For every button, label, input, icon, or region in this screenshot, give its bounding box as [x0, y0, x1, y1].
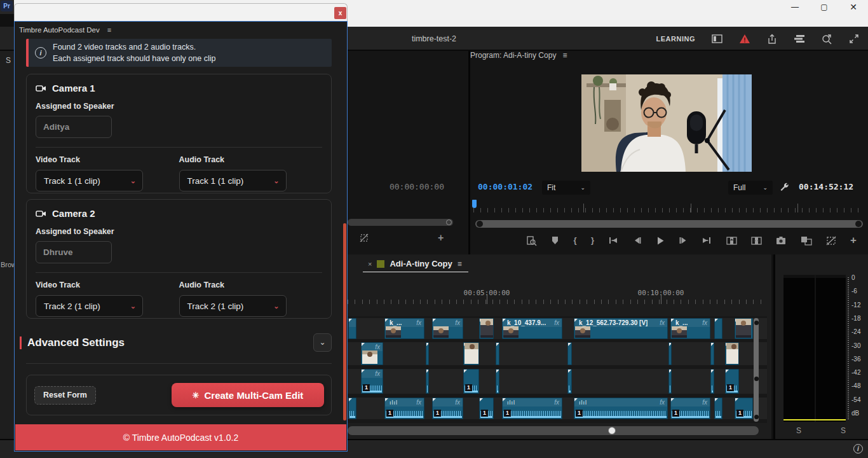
settings-wrench-icon[interactable] [779, 182, 790, 195]
audio-meter[interactable] [783, 275, 846, 422]
create-multicam-button[interactable]: ✳ Create Multi-Cam Edit [172, 383, 324, 407]
timeline-track-a2[interactable]: ılılfx1fx11ılılfx1ılılfx1fx11 [348, 398, 767, 419]
timeline-clip[interactable]: k_...fx [670, 318, 710, 339]
speaker-input[interactable]: Dhruve [36, 241, 112, 263]
program-video-preview[interactable] [581, 74, 752, 172]
workspace-learning-label[interactable]: LEARNING [656, 35, 695, 43]
timeline-clip[interactable] [668, 369, 672, 394]
timeline-track-a1[interactable]: fx111 [348, 369, 767, 394]
timeline-clip[interactable] [426, 369, 429, 394]
step-forward-icon[interactable] [679, 236, 688, 245]
fullscreen-icon[interactable] [849, 34, 859, 44]
playback-resolution-dropdown[interactable]: Full⌄ [728, 181, 773, 195]
timeline-clip[interactable]: k_...fx [384, 318, 424, 339]
lift-icon[interactable] [726, 236, 737, 246]
timeline-clip[interactable]: fx1 [670, 398, 710, 419]
tab-close-icon[interactable]: × [368, 260, 372, 268]
audio-track-select[interactable]: Track 2 (1 clip)⌄ [179, 295, 287, 317]
timeline-clip[interactable] [463, 342, 479, 365]
timeline-clip[interactable] [426, 342, 429, 365]
workspaces-icon[interactable] [794, 34, 805, 43]
timeline-clip[interactable] [567, 342, 572, 365]
minimize-button[interactable]: — [780, 0, 810, 14]
timeline-clip[interactable]: fx1 [361, 369, 383, 394]
source-scrollbar[interactable] [348, 219, 453, 226]
mark-in-icon[interactable]: { [574, 235, 577, 246]
step-back-icon[interactable] [633, 236, 642, 245]
timeline-clip[interactable]: 1 [479, 398, 494, 419]
timeline-clip[interactable] [496, 342, 499, 365]
multicam-view-off-icon[interactable] [826, 236, 836, 246]
workspace-panel-icon[interactable] [712, 34, 722, 43]
audio-track-select[interactable]: Track 1 (1 clip)⌄ [179, 170, 287, 191]
timeline-clip[interactable] [567, 369, 572, 394]
plugin-close-button[interactable]: x [334, 7, 346, 19]
info-icon[interactable]: i [853, 444, 863, 454]
video-track-select[interactable]: Track 1 (1 clip)⌄ [36, 170, 143, 191]
sequence-tab[interactable]: × Adi-A-tiny Copy ≡ [363, 257, 468, 272]
add-marker-icon[interactable] [551, 236, 559, 245]
timeline-clip[interactable]: 1 [725, 369, 739, 394]
solo-left-button[interactable]: S [796, 426, 801, 435]
maximize-button[interactable]: ▢ [810, 0, 839, 14]
timeline-clip[interactable]: 1 [463, 369, 479, 394]
timeline-ruler[interactable]: 00:05:00:0000:10:00:00 [348, 279, 767, 305]
timeline-clip[interactable]: ılılfx1 [502, 398, 562, 419]
comparison-view-icon[interactable] [801, 236, 812, 246]
program-mini-ruler[interactable] [473, 202, 865, 212]
timeline-clip[interactable]: ılılfx1 [574, 398, 668, 419]
program-playhead[interactable] [472, 200, 477, 208]
export-share-icon[interactable] [767, 34, 777, 45]
zoom-level-dropdown[interactable]: Fit⌄ [542, 181, 590, 195]
timeline-clip[interactable]: fx1 [432, 398, 463, 419]
program-current-timecode[interactable]: 00:00:01:02 [478, 182, 532, 191]
comparison-zoom-icon[interactable] [526, 235, 537, 246]
timeline-clip[interactable]: ılılfx1 [384, 398, 424, 419]
timeline-clip[interactable] [735, 318, 753, 339]
advanced-expand-button[interactable]: ⌄ [313, 333, 332, 352]
quick-export-zoom-icon[interactable] [822, 34, 832, 45]
close-button[interactable]: ✕ [839, 0, 868, 14]
play-button-icon[interactable] [656, 236, 665, 246]
extract-icon[interactable] [751, 236, 762, 246]
button-editor-plus-icon[interactable]: + [850, 235, 857, 246]
timeline-clip[interactable]: 1 [735, 398, 753, 419]
timeline-clip[interactable] [348, 398, 356, 419]
scrollbar-handle[interactable] [608, 427, 616, 434]
solo-right-button[interactable]: S [841, 426, 846, 435]
timeline-clip[interactable] [714, 398, 722, 419]
timeline-horizontal-scrollbar[interactable] [348, 426, 759, 435]
export-frame-icon[interactable] [776, 236, 786, 245]
sequence-tab-label[interactable]: Adi-A-tiny Copy [390, 259, 452, 268]
sync-settings-off-icon[interactable] [359, 233, 369, 246]
panel-menu-icon[interactable]: ≡ [562, 51, 567, 60]
timeline-clip[interactable]: k_10_437.9...fx [502, 318, 562, 339]
timeline-clip[interactable]: k_12_562.73-729.30 [V]fx [574, 318, 668, 339]
timeline-track-v2[interactable]: k_...fxfxk_10_437.9...fxk_12_562.73-729.… [348, 318, 767, 339]
go-to-out-icon[interactable] [702, 236, 712, 245]
warning-icon[interactable] [739, 34, 750, 44]
reset-form-button[interactable]: Reset Form [34, 386, 96, 405]
mark-out-icon[interactable]: } [591, 235, 594, 246]
timeline-vertical-scrollbar[interactable] [754, 318, 759, 422]
video-track-select[interactable]: Track 2 (1 clip)⌄ [36, 295, 143, 317]
timeline-clip[interactable] [710, 369, 714, 394]
timeline-track-v1[interactable]: fx [348, 342, 767, 365]
timeline-clip[interactable] [725, 342, 739, 365]
program-monitor-title[interactable]: Program: Adi-A-tiny Copy [470, 51, 556, 60]
plugin-scrollbar-thumb[interactable] [343, 223, 346, 420]
add-button-icon[interactable]: + [438, 233, 444, 243]
timeline-clip[interactable] [710, 342, 714, 365]
timeline-clip[interactable] [714, 318, 722, 339]
timeline-clip[interactable] [496, 369, 499, 394]
speaker-input[interactable]: Aditya [36, 116, 112, 138]
timeline-clip[interactable] [479, 318, 494, 339]
program-scrollbar[interactable] [475, 220, 863, 228]
panel-menu-icon[interactable]: ≡ [107, 26, 111, 34]
plugin-titlebar[interactable]: x [14, 3, 348, 21]
timeline-clip[interactable]: fx [361, 342, 383, 365]
go-to-in-icon[interactable] [608, 236, 618, 245]
timeline-clip[interactable]: fx [432, 318, 463, 339]
timeline-clip[interactable] [668, 342, 672, 365]
panel-menu-icon[interactable]: ≡ [458, 260, 462, 268]
